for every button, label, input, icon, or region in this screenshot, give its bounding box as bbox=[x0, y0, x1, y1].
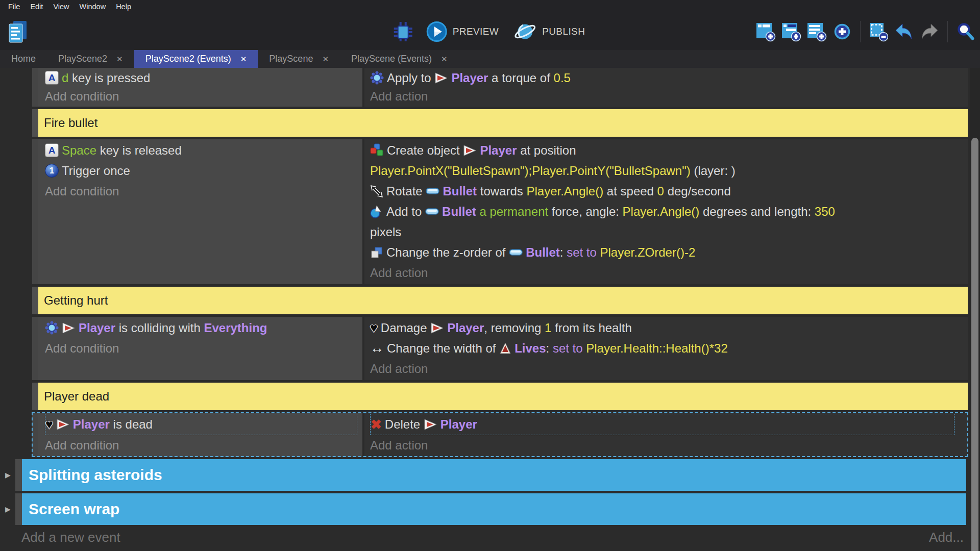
object-text: Player bbox=[79, 321, 115, 335]
delete-selection-icon[interactable] bbox=[868, 21, 889, 42]
menu-item-edit[interactable]: Edit bbox=[25, 3, 48, 11]
add-circle-icon[interactable] bbox=[832, 21, 852, 42]
group-title[interactable]: Screen wrap bbox=[22, 493, 966, 525]
object-text: Player bbox=[480, 143, 517, 157]
publish-button[interactable]: PUBLISH bbox=[510, 20, 588, 43]
comment-row[interactable]: Getting hurt bbox=[32, 287, 968, 314]
search-icon[interactable] bbox=[955, 21, 976, 42]
instruction-text: deg/second bbox=[664, 184, 731, 198]
comment-text[interactable]: Getting hurt bbox=[38, 287, 968, 314]
add-comment-icon[interactable] bbox=[806, 21, 827, 42]
create-object-icon bbox=[370, 143, 384, 157]
add-subevent-icon[interactable] bbox=[781, 21, 801, 42]
actions-cell[interactable]: ✖Delete PlayerAdd action bbox=[364, 413, 968, 457]
event-handle[interactable] bbox=[32, 413, 38, 457]
group-handle[interactable] bbox=[15, 493, 22, 525]
add-new-event-link[interactable]: Add a new event bbox=[21, 530, 120, 545]
event-handle[interactable] bbox=[32, 317, 38, 380]
menu-item-help[interactable]: Help bbox=[111, 3, 136, 11]
comment-text[interactable]: Fire bullet bbox=[38, 109, 968, 137]
tab-close-icon[interactable]: ✕ bbox=[322, 55, 329, 63]
condition[interactable]: Player is colliding with Everything bbox=[45, 318, 362, 338]
add-event-icon[interactable] bbox=[755, 21, 776, 42]
tab-playscene-events[interactable]: PlayScene (Events)✕ bbox=[340, 50, 459, 68]
undo-icon[interactable] bbox=[894, 21, 914, 42]
actions-cell[interactable]: ♥Damage Player, removing 1 from its heal… bbox=[364, 317, 968, 380]
event-handle[interactable] bbox=[32, 139, 38, 284]
project-manager-icon[interactable] bbox=[7, 20, 29, 43]
action[interactable]: Add to Bullet a permanent force, angle: … bbox=[370, 202, 960, 242]
instruction-text: Create object bbox=[387, 143, 463, 157]
object-text: Bullet bbox=[526, 245, 560, 259]
comment-text[interactable]: Player dead bbox=[38, 383, 968, 410]
instruction-text: degrees and length: bbox=[699, 205, 815, 218]
action[interactable]: Change the z-order of Bullet: set to Pla… bbox=[370, 242, 960, 263]
green-text: Space bbox=[62, 143, 96, 157]
event-row[interactable]: ♥Player is deadAdd condition✖Delete Play… bbox=[32, 413, 968, 457]
add-more-link[interactable]: Add... bbox=[929, 530, 964, 545]
object-text: Player bbox=[73, 417, 110, 431]
add-condition-link[interactable]: Add condition bbox=[45, 181, 362, 202]
condition[interactable]: ASpace key is released bbox=[45, 140, 362, 161]
event-handle[interactable] bbox=[32, 68, 38, 107]
add-action-link[interactable]: Add action bbox=[370, 359, 960, 379]
event-group-row[interactable]: ▶Splitting asteroids bbox=[0, 459, 968, 491]
action[interactable]: ♥Damage Player, removing 1 from its heal… bbox=[370, 318, 960, 338]
add-action-link[interactable]: Add action bbox=[370, 435, 960, 456]
action[interactable]: ↔Change the width of Lives: set to Playe… bbox=[370, 338, 960, 359]
tab-home[interactable]: Home bbox=[0, 50, 47, 68]
event-row[interactable]: Ad key is pressedAdd conditionApply to P… bbox=[32, 68, 968, 107]
add-action-link[interactable]: Add action bbox=[370, 263, 960, 283]
tab-close-icon[interactable]: ✕ bbox=[240, 55, 247, 63]
action[interactable]: ✖Delete Player bbox=[370, 414, 954, 435]
expression-text: Player.Angle() bbox=[623, 205, 700, 218]
menu-item-window[interactable]: Window bbox=[75, 3, 111, 11]
conditions-cell[interactable]: Player is colliding with EverythingAdd c… bbox=[38, 317, 362, 380]
add-action-link[interactable]: Add action bbox=[370, 87, 960, 106]
add-condition-link[interactable]: Add condition bbox=[45, 435, 362, 456]
comment-row[interactable]: Player dead bbox=[32, 383, 968, 410]
redo-icon[interactable] bbox=[919, 21, 940, 42]
conditions-cell[interactable]: Ad key is pressedAdd condition bbox=[38, 68, 362, 107]
tab-close-icon[interactable]: ✕ bbox=[116, 55, 123, 63]
tab-playscene2-events[interactable]: PlayScene2 (Events)✕ bbox=[134, 50, 258, 68]
chevron-right-icon[interactable]: ▶ bbox=[5, 506, 11, 513]
chevron-right-icon[interactable]: ▶ bbox=[5, 471, 11, 479]
add-condition-link[interactable]: Add condition bbox=[45, 338, 362, 359]
scrollbar-thumb[interactable] bbox=[971, 138, 978, 551]
event-row[interactable]: ASpace key is released1Trigger onceAdd c… bbox=[32, 139, 968, 284]
tab-label: PlayScene bbox=[269, 54, 313, 64]
action[interactable]: Rotate Bullet towards Player.Angle() at … bbox=[370, 181, 960, 202]
expression-text: Player.PointX("BulletSpawn");Player.Poin… bbox=[370, 164, 691, 178]
event-row[interactable]: Player is colliding with EverythingAdd c… bbox=[32, 317, 968, 380]
condition[interactable]: ♥Player is dead bbox=[45, 414, 357, 435]
add-condition-link[interactable]: Add condition bbox=[45, 87, 362, 106]
menu-item-view[interactable]: View bbox=[48, 3, 74, 11]
comment-row[interactable]: Fire bullet bbox=[32, 109, 968, 137]
tab-close-icon[interactable]: ✕ bbox=[441, 55, 448, 63]
tab-playscene[interactable]: PlayScene✕ bbox=[258, 50, 340, 68]
play-icon bbox=[426, 20, 448, 43]
menu-item-file[interactable]: File bbox=[3, 3, 25, 11]
group-title[interactable]: Splitting asteroids bbox=[22, 459, 966, 491]
event-handle[interactable] bbox=[32, 287, 38, 314]
debugger-icon[interactable] bbox=[392, 20, 414, 43]
tab-playscene2[interactable]: PlayScene2✕ bbox=[47, 50, 134, 68]
conditions-cell[interactable]: ASpace key is released1Trigger onceAdd c… bbox=[38, 139, 362, 284]
toolbar-separator bbox=[860, 21, 861, 42]
conditions-cell[interactable]: ♥Player is deadAdd condition bbox=[38, 413, 362, 457]
condition[interactable]: Ad key is pressed bbox=[45, 69, 362, 87]
actions-cell[interactable]: Apply to Player a torque of 0.5Add actio… bbox=[364, 68, 968, 107]
preview-button[interactable]: PREVIEW bbox=[423, 20, 502, 43]
bullet-icon bbox=[425, 208, 439, 215]
actions-cell[interactable]: Create object Player at position Player.… bbox=[364, 139, 968, 284]
action[interactable]: Create object Player at position Player.… bbox=[370, 140, 960, 181]
object-text: Lives bbox=[514, 341, 546, 355]
group-handle[interactable] bbox=[15, 459, 22, 491]
event-group-row[interactable]: ▶Screen wrap bbox=[0, 493, 968, 525]
action[interactable]: Apply to Player a torque of 0.5 bbox=[370, 69, 960, 87]
event-handle[interactable] bbox=[32, 109, 38, 137]
event-handle[interactable] bbox=[32, 383, 38, 410]
instruction-text: towards bbox=[477, 184, 526, 198]
condition[interactable]: 1Trigger once bbox=[45, 161, 362, 181]
